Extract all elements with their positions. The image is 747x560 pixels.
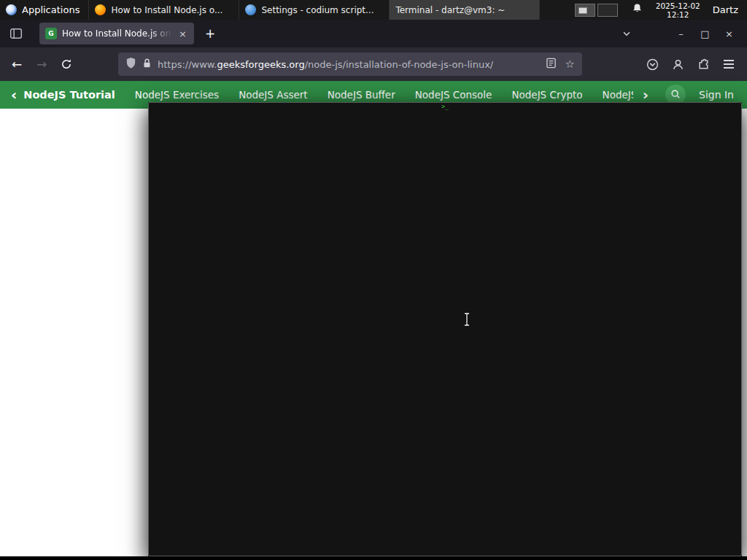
codium-icon <box>245 4 256 15</box>
hamburger-bars <box>724 60 734 69</box>
forward-button[interactable]: → <box>29 52 54 76</box>
notifications-button[interactable] <box>625 0 649 20</box>
lock-icon[interactable] <box>142 58 152 71</box>
nav-item-nodejs-buffer[interactable]: NodeJS Buffer <box>328 89 395 101</box>
firefox-view-icon[interactable] <box>6 23 26 44</box>
search-icon <box>670 88 681 102</box>
back-button[interactable]: ← <box>4 52 29 76</box>
new-tab-button[interactable]: + <box>200 23 220 44</box>
taskbar-window-list: How to Install Node.js o...Settings - co… <box>89 0 540 20</box>
url-bar[interactable]: https://www.geeksforgeeks.org/node-js/in… <box>118 52 582 76</box>
taskbar-window-codium[interactable]: Settings - codium script... <box>239 0 390 20</box>
taskbar-window-label: Settings - codium script... <box>261 5 374 15</box>
reader-mode-icon[interactable] <box>546 58 557 71</box>
bell-icon <box>632 3 643 17</box>
workspace-1[interactable] <box>575 4 595 17</box>
taskbar: Applications How to Install Node.js o...… <box>0 0 747 20</box>
window-maximize-button[interactable]: □ <box>693 28 717 39</box>
nav-item-nodejs-crypto[interactable]: NodeJS Crypto <box>511 89 582 101</box>
bookmark-star-icon[interactable]: ☆ <box>565 58 575 71</box>
pocket-icon[interactable] <box>641 53 663 75</box>
workspace-2[interactable] <box>597 4 618 17</box>
urlbar-actions: ☆ <box>546 58 575 71</box>
taskbar-window-label: How to Install Node.js o... <box>111 5 222 15</box>
list-all-tabs-icon[interactable] <box>616 28 637 39</box>
site-favicon: G <box>45 28 57 39</box>
nav-scroll-right-icon[interactable]: › <box>639 88 652 102</box>
workspace-switcher <box>568 0 625 20</box>
clock-time: 12:12 <box>667 10 689 19</box>
window-close-button[interactable]: × <box>717 28 741 39</box>
workspace-window-thumb <box>578 7 587 14</box>
firefox-icon <box>95 4 106 15</box>
nav-item-nodejs-console[interactable]: NodeJS Console <box>415 89 492 101</box>
taskbar-window-label: Terminal - dartz@vm3: ~ <box>395 5 505 15</box>
taskbar-window-terminal[interactable]: >_Terminal - dartz@vm3: ~ <box>390 0 540 20</box>
applications-menu-icon <box>6 4 17 15</box>
taskbar-window-firefox[interactable]: How to Install Node.js o... <box>89 0 239 20</box>
account-icon[interactable] <box>667 53 689 75</box>
taskbar-spacer <box>540 0 567 20</box>
reload-button[interactable] <box>54 52 79 76</box>
shield-icon[interactable] <box>125 57 136 72</box>
browser-toolbar: ← → https://www.geeksforgeeks.org/node-j… <box>0 47 747 81</box>
nav-item-nodejs-exercises[interactable]: NodeJS Exercises <box>135 89 219 101</box>
browser-tab[interactable]: G How to Install Node.js on × <box>39 23 194 44</box>
tab-title: How to Install Node.js on <box>62 28 172 39</box>
clock[interactable]: 2025-12-02 12:12 <box>649 0 707 20</box>
extensions-icon[interactable] <box>692 53 714 75</box>
browser-window-controls: – □ × <box>669 28 741 39</box>
clock-date: 2025-12-02 <box>656 1 700 10</box>
toolbar-right-icons <box>641 53 743 75</box>
nav-scroll-left-icon[interactable]: ‹ <box>7 88 20 102</box>
applications-menu-label: Applications <box>22 4 80 15</box>
user-name: Dartz <box>713 4 738 15</box>
nav-item-nodejs-dns[interactable]: NodeJS DNS <box>603 89 633 101</box>
site-nav-items: NodeJS TutorialNodeJS ExercisesNodeJS As… <box>23 89 633 101</box>
nav-item-nodejs-tutorial[interactable]: NodeJS Tutorial <box>23 89 115 101</box>
menu-hamburger-icon[interactable] <box>718 53 740 75</box>
browser-tab-strip: G How to Install Node.js on × + – □ × <box>0 20 747 47</box>
sign-in-button[interactable]: Sign In <box>699 89 740 101</box>
url-text: https://www.geeksforgeeks.org/node-js/in… <box>158 59 493 70</box>
nav-item-nodejs-assert[interactable]: NodeJS Assert <box>239 89 308 101</box>
applications-menu-button[interactable]: Applications <box>0 0 89 20</box>
mouse-cursor <box>462 312 471 330</box>
tab-close-icon[interactable]: × <box>177 28 188 39</box>
user-menu[interactable]: Dartz <box>707 0 747 20</box>
window-minimize-button[interactable]: – <box>669 28 693 39</box>
